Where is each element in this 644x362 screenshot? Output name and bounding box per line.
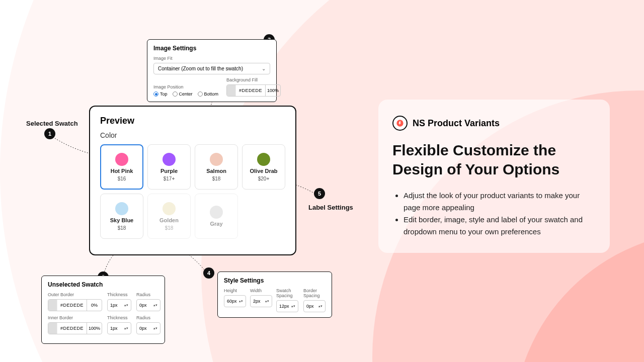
image-settings-title: Image Settings [153, 45, 270, 52]
swatch-color-icon [163, 202, 176, 215]
thickness-label: Thickness [107, 292, 131, 297]
swatch-color-icon [115, 202, 128, 215]
promo-headline: Flexible Customize the Design of Your Op… [392, 141, 596, 178]
chevron-down-icon: ⌄ [262, 66, 266, 71]
style-settings-title: Style Settings [224, 277, 326, 284]
brand-logo-icon [392, 116, 408, 131]
outer-border-color[interactable]: #DEDEDE0% [48, 299, 102, 311]
border-spacing-stepper[interactable]: 0px▴▾ [303, 300, 326, 312]
swatch-price: $18 [118, 225, 126, 231]
swatch-color-icon [210, 206, 223, 219]
callout-5-badge: 5 [314, 188, 325, 199]
callout-1-badge: 1 [44, 128, 55, 139]
height-stepper[interactable]: 60px▴▾ [224, 295, 246, 307]
inner-thickness-stepper[interactable]: 1px▴▾ [107, 322, 131, 334]
callout-1-label: Selected Swatch [26, 120, 78, 127]
swatch-color-icon [163, 153, 176, 166]
swatch-spacing-stepper[interactable]: 12px▴▾ [276, 300, 298, 312]
swatch-name: Olive Drab [250, 168, 277, 174]
promo-card: NS Product Variants Flexible Customize t… [378, 100, 610, 253]
bgfill-color-input[interactable]: #DEDEDE100% [226, 84, 281, 97]
unselected-swatch-panel: Unselected Swatch Outer Border #DEDEDE0%… [41, 276, 165, 344]
swatch-option[interactable]: Purple $17+ [147, 144, 191, 190]
promo-bullet: Edit border, image, style and label of y… [404, 214, 596, 238]
swatch-color-icon [210, 153, 223, 166]
swatch-price: $18 [165, 225, 174, 231]
swatch-name: Sky Blue [110, 217, 133, 223]
style-settings-panel: Style Settings Height60px▴▾ Width2px▴▾ S… [217, 272, 332, 318]
swatch-price: $20+ [258, 176, 270, 182]
inner-border-label: Inner Border [48, 315, 102, 320]
brand-name: NS Product Variants [413, 118, 500, 129]
swatch-price: $16 [118, 176, 126, 182]
swatch-option: Gray [195, 194, 238, 239]
swatch-color-icon [115, 153, 128, 166]
outer-border-label: Outer Border [48, 292, 102, 297]
position-center-radio[interactable]: Center [173, 92, 193, 97]
swatch-grid: Hot Pink $16 Purple $17+ Salmon $18 Oliv… [100, 144, 285, 239]
radius-label: Radius [136, 292, 160, 297]
swatch-option: Golden $18 [147, 194, 191, 239]
width-stepper[interactable]: 2px▴▾ [250, 295, 272, 307]
callout-4-badge: 4 [203, 267, 214, 279]
swatch-name: Gray [210, 221, 222, 227]
swatch-option[interactable]: Olive Drab $20+ [242, 144, 285, 190]
preview-panel: Preview Color Hot Pink $16 Purple $17+ S… [89, 106, 296, 255]
swatch-name: Golden [159, 217, 179, 223]
bgfill-label: Background Fill [226, 77, 281, 82]
swatch-option[interactable]: Sky Blue $18 [100, 194, 143, 239]
preview-title: Preview [100, 116, 285, 126]
image-settings-panel: Image Settings Image Fit Container (Zoom… [147, 39, 277, 102]
swatch-price: $18 [212, 176, 221, 182]
image-fit-select[interactable]: Container (Zoom out to fill the swatch)⌄ [153, 63, 270, 74]
swatch-name: Purple [160, 168, 178, 174]
unselected-title: Unselected Swatch [48, 281, 158, 288]
inner-radius-stepper[interactable]: 0px▴▾ [136, 322, 160, 334]
position-bottom-radio[interactable]: Bottom [198, 92, 219, 97]
callout-5-label: Label Settings [308, 204, 353, 211]
option-name: Color [100, 131, 285, 139]
swatch-name: Salmon [206, 168, 226, 174]
inner-border-color[interactable]: #DEDEDE100% [48, 322, 102, 334]
position-top-radio[interactable]: Top [153, 92, 168, 97]
swatch-option[interactable]: Hot Pink $16 [100, 144, 143, 190]
swatch-color-icon [257, 153, 270, 166]
image-position-label: Image Position [153, 84, 218, 89]
outer-radius-stepper[interactable]: 0px▴▾ [136, 299, 160, 311]
promo-bullet: Adjust the look of your product variants… [404, 190, 596, 214]
outer-thickness-stepper[interactable]: 1px▴▾ [107, 299, 131, 311]
swatch-price: $17+ [164, 176, 175, 182]
swatch-name: Hot Pink [111, 168, 133, 174]
image-fit-label: Image Fit [153, 56, 270, 61]
swatch-option[interactable]: Salmon $18 [195, 144, 238, 190]
